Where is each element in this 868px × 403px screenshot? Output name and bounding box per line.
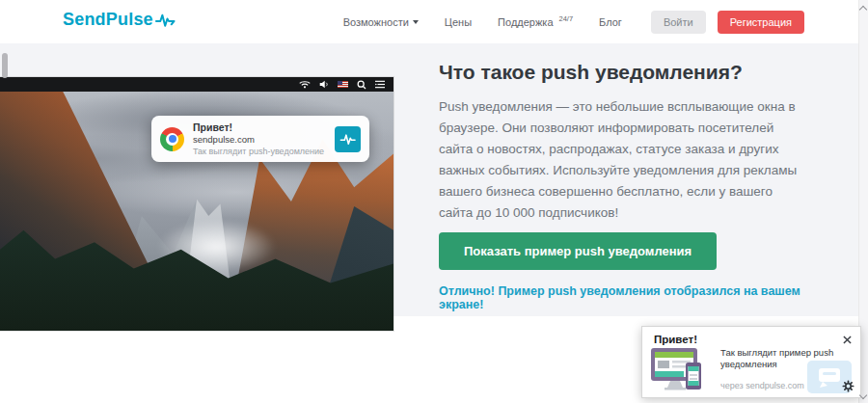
browser-notification-text: Привет! sendpulse.com Так выглядит push-… — [193, 121, 335, 157]
input-language-flag-icon — [338, 81, 348, 88]
hero-description: Push уведомления — это небольшие всплыва… — [439, 96, 801, 224]
el-capitan-wallpaper: Привет! sendpulse.com Так выглядит push-… — [0, 92, 393, 331]
nav-item-label: Блог — [599, 16, 622, 28]
hero-text-column: Что такое push уведомления? Push уведомл… — [439, 61, 838, 311]
nav-item-label: Возможности — [343, 16, 409, 28]
show-push-example-button[interactable]: Показать пример push уведомления — [439, 232, 717, 270]
caret-down-icon — [413, 20, 419, 24]
scrollbar-thumb[interactable] — [2, 53, 8, 78]
login-button[interactable]: Войти — [651, 11, 706, 34]
devices-illustration — [649, 347, 711, 393]
spotlight-search-icon — [357, 80, 366, 90]
chrome-icon — [160, 127, 184, 151]
logo-pulse-icon — [155, 13, 176, 28]
nav-item-pricing[interactable]: Цены — [445, 16, 472, 28]
top-navigation: SendPulse Возможности Цены Поддержка 24/… — [0, 0, 868, 43]
signup-button[interactable]: Регистрация — [718, 11, 804, 34]
page: SendPulse Возможности Цены Поддержка 24/… — [0, 0, 868, 403]
sendpulse-badge-icon — [335, 126, 361, 152]
pulse-icon — [339, 130, 357, 148]
nav-item-label: Поддержка — [498, 16, 553, 28]
notification-site: sendpulse.com — [193, 134, 335, 146]
volume-icon — [319, 80, 329, 89]
notification-body: Так выглядит push-уведомление — [193, 146, 335, 157]
toast-body: Так выглядит пример push уведомления — [720, 347, 859, 370]
wifi-icon — [299, 80, 311, 89]
page-title: Что такое push уведомления? — [439, 61, 838, 84]
gear-icon[interactable] — [842, 380, 854, 392]
mac-menubar — [0, 77, 393, 92]
browser-push-notification: Привет! sendpulse.com Так выглядит push-… — [151, 116, 369, 162]
toast-title: Привет! — [654, 334, 697, 345]
notification-center-icon — [375, 80, 385, 89]
success-message: Отлично! Пример push уведомления отобраз… — [439, 284, 838, 311]
nav-item-blog[interactable]: Блог — [599, 16, 622, 28]
nav-item-support[interactable]: Поддержка 24/7 — [498, 16, 573, 28]
mac-desktop-screenshot: Привет! sendpulse.com Так выглядит push-… — [0, 77, 393, 331]
notification-title: Привет! — [193, 121, 335, 134]
logo[interactable]: SendPulse — [63, 10, 176, 30]
nav-item-features[interactable]: Возможности — [343, 16, 419, 28]
toast-source: через sendpulse.com — [720, 381, 804, 390]
logo-text: SendPulse — [63, 10, 153, 30]
push-notification-toast: Привет! Так выглядит пример push уведомл… — [641, 326, 861, 398]
support-24-7-superscript: 24/7 — [559, 14, 574, 23]
close-icon[interactable] — [843, 336, 852, 344]
nav-item-label: Цены — [445, 16, 472, 28]
main-nav: Возможности Цены Поддержка 24/7 Блог Вой… — [317, 0, 804, 43]
